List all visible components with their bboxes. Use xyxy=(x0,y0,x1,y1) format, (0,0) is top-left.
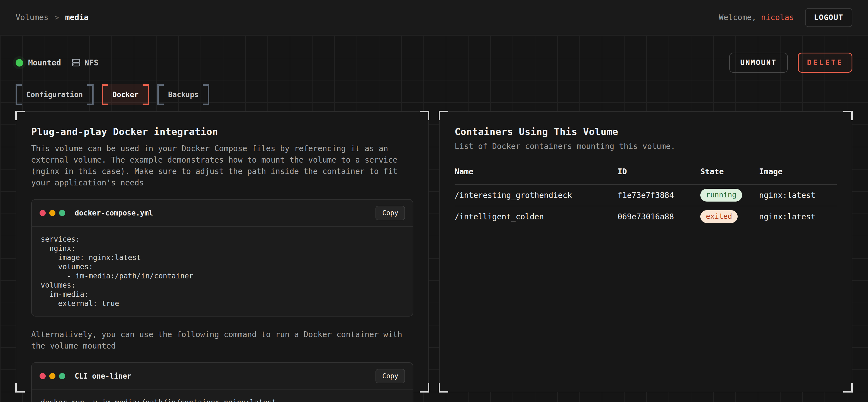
panel-corner-icon xyxy=(15,383,25,393)
docker-integration-panel: Plug-and-play Docker integration This vo… xyxy=(16,111,429,392)
tab-backups[interactable]: Backups xyxy=(157,85,209,105)
topbar: Volumes > media Welcome, nicolas LOGOUT xyxy=(0,0,868,35)
volume-actions: UNMOUNT DELETE xyxy=(729,53,853,73)
username: nicolas xyxy=(761,13,794,22)
table-row: /interesting_grothendieck f1e73e7f3884 r… xyxy=(455,185,837,206)
container-id: f1e73e7f3884 xyxy=(618,191,700,200)
status-badge: exited xyxy=(700,210,738,223)
unmount-button[interactable]: UNMOUNT xyxy=(729,53,788,73)
cli-code-block: CLI one-liner Copy docker run -v im-medi… xyxy=(31,362,413,402)
amber-dot-icon xyxy=(49,373,56,379)
driver-type-label: NFS xyxy=(84,58,99,67)
panel-corner-icon xyxy=(843,111,853,120)
containers-panel-subtitle: List of Docker containers mounting this … xyxy=(455,142,837,151)
cli-code-text: docker run -v im-media:/path/in/containe… xyxy=(41,398,404,402)
cli-code-header: CLI one-liner Copy xyxy=(32,363,413,390)
red-dot-icon xyxy=(39,373,46,379)
logout-button[interactable]: LOGOUT xyxy=(805,8,852,27)
server-icon xyxy=(71,58,81,67)
column-header-state: State xyxy=(700,167,759,176)
column-header-image: Image xyxy=(759,167,837,176)
container-name: /interesting_grothendieck xyxy=(455,191,618,200)
containers-table-header: Name ID State Image xyxy=(455,167,837,185)
tabs: Configuration Docker Backups xyxy=(16,85,852,105)
amber-dot-icon xyxy=(49,210,56,216)
breadcrumb: Volumes > media xyxy=(16,13,89,22)
containers-table: Name ID State Image /interesting_grothen… xyxy=(455,167,837,227)
compose-code-block: docker-compose.yml Copy services: nginx:… xyxy=(31,199,413,316)
main-content: Mounted NFS UNMOUNT DELETE Configuration… xyxy=(0,35,868,402)
green-dot-icon xyxy=(59,373,65,379)
breadcrumb-volumes-link[interactable]: Volumes xyxy=(16,13,49,22)
traffic-dots-icon xyxy=(39,373,65,379)
topbar-right: Welcome, nicolas LOGOUT xyxy=(719,8,852,27)
welcome-text: Welcome, nicolas xyxy=(719,13,794,22)
compose-code-header: docker-compose.yml Copy xyxy=(32,200,413,227)
docker-panel-title: Plug-and-play Docker integration xyxy=(31,126,413,137)
mounted-status-dot-icon xyxy=(16,59,23,67)
cli-intro-text: Alternatively, you can use the following… xyxy=(31,329,410,351)
container-image: nginx:latest xyxy=(759,191,837,200)
containers-panel: Containers Using This Volume List of Doc… xyxy=(439,111,852,392)
panel-corner-icon xyxy=(420,111,429,120)
table-row: /intelligent_colden 069e73016a88 exited … xyxy=(455,206,837,227)
status-row: Mounted NFS UNMOUNT DELETE xyxy=(16,35,852,73)
docker-panel-description: This volume can be used in your Docker C… xyxy=(31,143,410,189)
column-header-id: ID xyxy=(618,167,700,176)
red-dot-icon xyxy=(39,210,46,216)
compose-filename: docker-compose.yml xyxy=(75,209,153,217)
column-header-name: Name xyxy=(455,167,618,176)
container-image: nginx:latest xyxy=(759,212,837,221)
compose-code-text: services: nginx: image: nginx:latest vol… xyxy=(41,235,404,308)
container-name: /intelligent_colden xyxy=(455,212,618,221)
volume-detail-page: Volumes > media Welcome, nicolas LOGOUT … xyxy=(0,0,868,402)
delete-button[interactable]: DELETE xyxy=(798,53,852,73)
panel-corner-icon xyxy=(15,111,25,120)
compose-code-body: services: nginx: image: nginx:latest vol… xyxy=(32,227,413,316)
tab-configuration[interactable]: Configuration xyxy=(16,85,94,105)
mounted-status-label: Mounted xyxy=(28,58,61,67)
welcome-prefix: Welcome, xyxy=(719,13,756,22)
panel-corner-icon xyxy=(843,383,853,393)
panels: Plug-and-play Docker integration This vo… xyxy=(16,111,852,392)
copy-compose-button[interactable]: Copy xyxy=(375,206,405,220)
breadcrumb-separator-icon: > xyxy=(55,13,59,22)
panel-corner-icon xyxy=(439,383,448,393)
panel-corner-icon xyxy=(420,383,429,393)
cli-code-body: docker run -v im-media:/path/in/containe… xyxy=(32,390,413,402)
status-badge: running xyxy=(700,189,742,201)
containers-panel-title: Containers Using This Volume xyxy=(455,126,837,137)
volume-status: Mounted NFS xyxy=(16,58,99,67)
copy-cli-button[interactable]: Copy xyxy=(375,369,405,383)
traffic-dots-icon xyxy=(39,210,65,216)
cli-title: CLI one-liner xyxy=(75,372,131,380)
tab-docker[interactable]: Docker xyxy=(102,85,149,105)
panel-corner-icon xyxy=(439,111,448,120)
container-id: 069e73016a88 xyxy=(618,212,700,221)
green-dot-icon xyxy=(59,210,65,216)
breadcrumb-current-volume: media xyxy=(65,13,89,22)
